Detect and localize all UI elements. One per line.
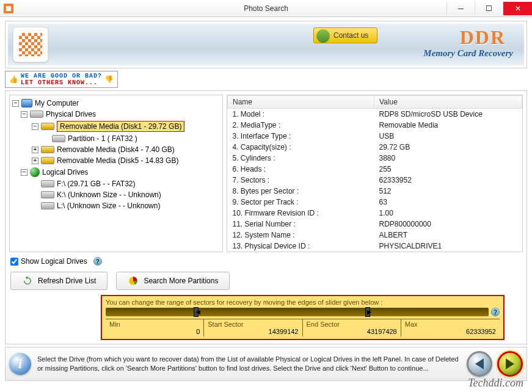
- checkbox-label: Show Logical Drives: [21, 257, 87, 266]
- drive-tree[interactable]: − My Computer − Physical Drives − Remova…: [9, 95, 223, 252]
- tree-label: My Computer: [35, 99, 79, 107]
- prop-value: 29.72 GB: [374, 142, 522, 153]
- footer-tip: i Select the Drive (from which you want …: [5, 347, 527, 381]
- banner: Contact us DDR Memory Card Recovery: [5, 21, 527, 68]
- brand-logo: DDR: [460, 26, 506, 49]
- tree-label: F:\ (29.71 GB - - FAT32): [57, 180, 135, 188]
- tree-disk1[interactable]: − Removable Media (Disk1 - 29.72 GB): [32, 120, 220, 133]
- thumb-up-icon: 👍: [9, 75, 18, 84]
- table-row[interactable]: 5. Cylinders :3880: [228, 153, 522, 164]
- prop-value: 3880: [374, 153, 522, 164]
- window-title: Photo Search: [244, 4, 288, 13]
- prop-name: 5. Cylinders :: [228, 153, 374, 164]
- tree-label: L:\ (Unknown Size - - Unknown): [57, 201, 160, 210]
- avatar-icon: [316, 29, 330, 43]
- tip-text: Select the Drive (from which you want to…: [37, 355, 461, 373]
- tree-label: Logical Drives: [42, 168, 88, 176]
- tree-label: K:\ (Unknown Size - - Unknown): [57, 191, 161, 199]
- show-logical-checkbox[interactable]: Show Logical Drives: [10, 257, 87, 266]
- prev-button[interactable]: [467, 351, 492, 377]
- prop-value: 255: [374, 164, 522, 175]
- prop-name: 4. Capacity(size) :: [228, 142, 374, 153]
- feedback-strip[interactable]: 👍 WE ARE GOOD OR BAD? LET OTHERS KNOW...…: [5, 71, 527, 88]
- prop-value: USB: [374, 131, 522, 142]
- col-value[interactable]: Value: [374, 96, 522, 109]
- drive-icon: [41, 191, 54, 198]
- prop-value: PHYSICALDRIVE1: [374, 241, 522, 252]
- slider-start-handle[interactable]: ◄: [194, 307, 199, 317]
- prop-name: 3. Interface Type :: [228, 131, 374, 142]
- app-icon: [0, 0, 17, 17]
- tree-partition1[interactable]: Partition - 1 ( FAT32 ): [43, 133, 220, 144]
- max-value: 62333952: [405, 328, 496, 335]
- table-row[interactable]: 1. Model :RDP8 SD/microSD USB Device: [228, 109, 522, 120]
- prop-value: RDP8 SD/microSD USB Device: [374, 109, 522, 120]
- tree-drive-k[interactable]: K:\ (Unknown Size - - Unknown): [32, 189, 220, 200]
- tree-label: Physical Drives: [46, 110, 96, 118]
- sector-slider[interactable]: ◄ ►: [106, 308, 489, 316]
- tree-label: Removable Media (Disk5 - 14.83 GB): [57, 156, 178, 165]
- contact-label: Contact us: [333, 31, 368, 40]
- collapse-icon[interactable]: −: [21, 111, 27, 118]
- next-button[interactable]: [497, 351, 523, 377]
- minimize-button[interactable]: ─: [446, 2, 475, 15]
- tree-label-selected: Removable Media (Disk1 - 29.72 GB): [57, 121, 184, 132]
- controls-row: Show Logical Drives ?: [9, 256, 523, 267]
- help-icon[interactable]: ?: [93, 257, 102, 266]
- tree-drive-l[interactable]: L:\ (Unknown Size - - Unknown): [32, 200, 220, 211]
- maximize-button[interactable]: ☐: [475, 2, 503, 15]
- search-more-button[interactable]: Search More Partitions: [116, 272, 230, 290]
- end-label: End Sector: [307, 321, 397, 328]
- col-name[interactable]: Name: [228, 96, 374, 109]
- prop-name: 10. Firmware Revision ID :: [228, 208, 374, 219]
- table-row[interactable]: 10. Firmware Revision ID :1.00: [228, 208, 522, 219]
- collapse-icon[interactable]: −: [21, 169, 27, 176]
- prop-name: 1. Model :: [228, 109, 374, 120]
- tree-disk4[interactable]: + Removable Media (Disk4 - 7.40 GB): [32, 144, 220, 155]
- table-row[interactable]: 9. Sector per Track :63: [228, 197, 522, 208]
- table-row[interactable]: 8. Bytes per Sector :512: [228, 186, 522, 197]
- prop-value: 1.00: [374, 208, 522, 219]
- contact-us-button[interactable]: Contact us: [313, 27, 377, 43]
- expand-icon[interactable]: +: [32, 158, 38, 164]
- table-row[interactable]: 11. Serial Number :RDP800000000: [228, 219, 522, 230]
- table-row[interactable]: 13. Physical Device ID :PHYSICALDRIVE1: [228, 241, 522, 252]
- tree-disk5[interactable]: + Removable Media (Disk5 - 14.83 GB): [32, 155, 220, 166]
- slider-end-handle[interactable]: ►: [365, 307, 370, 317]
- table-row[interactable]: 4. Capacity(size) :29.72 GB: [228, 142, 522, 153]
- close-button[interactable]: ✕: [503, 2, 532, 15]
- refresh-button[interactable]: Refresh Drive List: [10, 272, 107, 290]
- table-row[interactable]: 6. Heads :255: [228, 164, 522, 175]
- table-row[interactable]: 12. System Name :ALBERT: [228, 230, 522, 241]
- app-logo: [13, 27, 48, 62]
- globe-icon: [30, 167, 40, 177]
- prop-value: 62333952: [374, 175, 522, 186]
- tree-root[interactable]: − My Computer: [12, 98, 220, 109]
- watermark: Techddi.com: [468, 377, 523, 390]
- prop-value: 512: [374, 186, 522, 197]
- help-icon[interactable]: ?: [491, 308, 500, 316]
- start-value: 14399142: [208, 328, 298, 335]
- tree-logical[interactable]: − Logical Drives: [21, 166, 220, 178]
- end-value: 43197428: [307, 328, 397, 335]
- tree-drive-f[interactable]: F:\ (29.71 GB - - FAT32): [32, 178, 220, 189]
- tree-physical[interactable]: − Physical Drives: [21, 109, 220, 120]
- prop-name: 7. Sectors :: [228, 175, 374, 186]
- prop-value: 63: [374, 197, 522, 208]
- main-panel: − My Computer − Physical Drives − Remova…: [5, 90, 527, 344]
- min-label: Min: [109, 321, 200, 328]
- max-label: Max: [405, 321, 496, 328]
- table-row[interactable]: 7. Sectors :62333952: [228, 175, 522, 186]
- collapse-icon[interactable]: −: [12, 100, 19, 107]
- expand-icon[interactable]: +: [32, 147, 38, 153]
- collapse-icon[interactable]: −: [32, 123, 38, 130]
- table-row[interactable]: 2. MediaType :Removable Media: [228, 120, 522, 131]
- removable-drive-icon: [41, 146, 54, 153]
- prop-value: ALBERT: [374, 230, 522, 241]
- thumb-down-icon: 👎: [104, 75, 114, 84]
- feedback-line2: LET OTHERS KNOW...: [21, 79, 102, 86]
- drive-icon: [41, 180, 54, 187]
- checkbox-input[interactable]: [10, 258, 18, 266]
- table-row[interactable]: 3. Interface Type :USB: [228, 131, 522, 142]
- button-label: Refresh Drive List: [38, 277, 96, 285]
